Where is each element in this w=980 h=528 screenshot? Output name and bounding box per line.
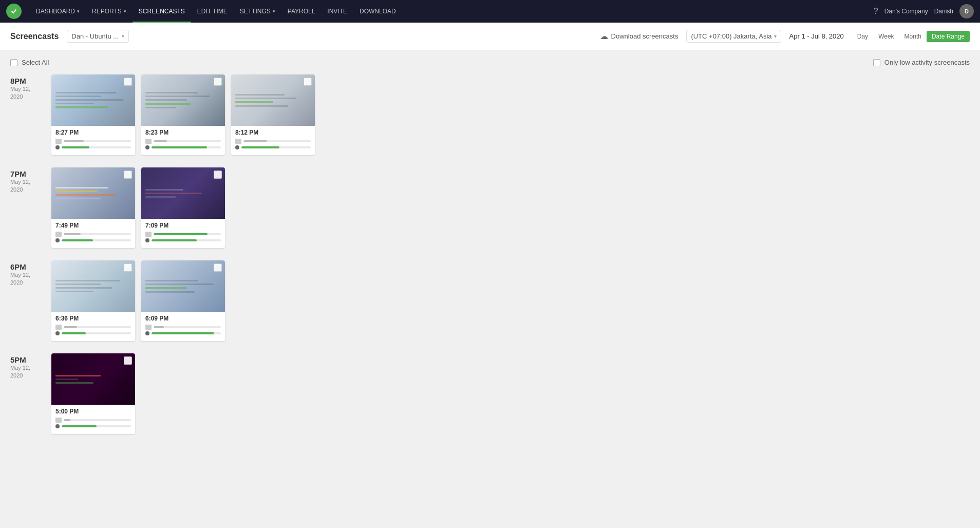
activity-bar-container: [243, 140, 311, 142]
nav-invite[interactable]: INVITE: [321, 0, 353, 23]
activity-bar-container: [64, 233, 131, 235]
device-name: Dan - Ubuntu ...: [71, 32, 119, 40]
low-activity-label[interactable]: Only low activity screencasts: [873, 59, 970, 66]
screenshot-info: 7:09 PM: [141, 219, 225, 248]
screenshot-thumbnail: [51, 260, 135, 312]
activity-bar: [64, 326, 77, 328]
device-selector[interactable]: Dan - Ubuntu ... ▾: [67, 30, 129, 43]
screenshot-thumbnail: [141, 74, 225, 126]
monitor-icon: [55, 325, 62, 330]
low-activity-checkbox[interactable]: [873, 59, 880, 66]
screenshot-card[interactable]: 6:36 PM: [51, 260, 135, 341]
time-label-6pm: 6PM May 12, 2020: [10, 260, 51, 341]
mouse-icon: [145, 238, 149, 242]
time-group-6pm: 6PM May 12, 2020 6:36 PM: [10, 260, 970, 341]
tab-day[interactable]: Day: [852, 31, 873, 42]
activity-bar: [64, 233, 81, 235]
time-group-5pm: 5PM May 12, 2020 5:00 PM: [10, 353, 970, 434]
cloud-upload-icon: ☁: [600, 31, 608, 41]
screenshot-card[interactable]: 6:09 PM: [141, 260, 225, 341]
mouse-bar-container: [62, 332, 131, 334]
user-avatar[interactable]: D: [959, 4, 974, 18]
content-area: Select All Only low activity screencasts…: [0, 50, 980, 528]
select-all-label[interactable]: Select All: [10, 59, 49, 66]
company-name: Dan's Company: [884, 8, 928, 15]
mouse-icon: [55, 238, 60, 242]
screenshot-info: 6:36 PM: [51, 312, 135, 341]
screenshots-row-5pm: 5:00 PM: [51, 353, 135, 434]
screenshot-thumbnail: [141, 167, 225, 219]
screenshot-card[interactable]: 7:09 PM: [141, 167, 225, 248]
screenshot-thumbnail: [141, 260, 225, 312]
screenshot-info: 5:00 PM: [51, 405, 135, 434]
time-group-7pm: 7PM May 12, 2020 7:49 PM: [10, 167, 970, 248]
nav-reports[interactable]: REPORTS ▾: [86, 0, 133, 23]
screenshot-card[interactable]: 8:23 PM: [141, 74, 225, 155]
mouse-bar-container: [152, 146, 221, 148]
controls-row: Select All Only low activity screencasts: [10, 59, 970, 66]
chevron-down-icon: ▾: [122, 33, 124, 39]
screenshot-info: 8:12 PM: [231, 126, 315, 155]
timezone-selector[interactable]: (UTC +07:00) Jakarta, Asia ▾: [686, 30, 781, 43]
nav-download[interactable]: DOWNLOAD: [353, 0, 402, 23]
mouse-bar: [62, 425, 97, 427]
mouse-bar: [62, 146, 89, 148]
page-title: Screencasts: [10, 32, 59, 41]
svg-point-0: [10, 7, 18, 15]
card-checkbox[interactable]: [304, 78, 312, 86]
nav-payroll[interactable]: PAYROLL: [281, 0, 322, 23]
activity-bar-container: [64, 326, 131, 328]
card-checkbox[interactable]: [124, 171, 132, 179]
sub-header-right: ☁ Download screencasts (UTC +07:00) Jaka…: [600, 30, 970, 43]
activity-bar-container: [64, 419, 131, 421]
tab-date-range[interactable]: Date Range: [927, 31, 970, 42]
mouse-bar-container: [152, 332, 221, 334]
mouse-bar-container: [62, 425, 131, 427]
mouse-icon: [55, 331, 60, 335]
nav-dashboard[interactable]: DASHBOARD ▾: [30, 0, 86, 23]
card-checkbox[interactable]: [214, 171, 222, 179]
monitor-icon: [55, 139, 62, 144]
card-checkbox[interactable]: [214, 78, 222, 86]
chevron-down-icon: ▾: [124, 9, 126, 14]
activity-bar: [64, 419, 70, 421]
help-icon[interactable]: ?: [874, 7, 878, 16]
tab-month[interactable]: Month: [899, 31, 927, 42]
chevron-down-icon: ▾: [774, 33, 777, 39]
chevron-down-icon: ▾: [273, 9, 275, 14]
mouse-bar-container: [62, 239, 131, 241]
screenshot-card[interactable]: 8:12 PM: [231, 74, 315, 155]
app-logo[interactable]: [6, 4, 22, 19]
activity-bar: [243, 140, 267, 142]
mouse-bar: [152, 332, 214, 334]
mouse-icon: [145, 331, 149, 335]
mouse-bar: [62, 332, 86, 334]
card-checkbox[interactable]: [124, 263, 132, 272]
card-checkbox[interactable]: [124, 356, 132, 365]
top-nav: DASHBOARD ▾ REPORTS ▾ SCREENCASTS EDIT T…: [0, 0, 980, 23]
mouse-icon: [55, 145, 60, 149]
tab-week[interactable]: Week: [873, 31, 899, 42]
screenshot-card[interactable]: 5:00 PM: [51, 353, 135, 434]
mouse-bar: [62, 239, 93, 241]
card-checkbox[interactable]: [214, 263, 222, 272]
nav-edit-time[interactable]: EDIT TIME: [191, 0, 234, 23]
activity-bar: [154, 140, 167, 142]
mouse-bar: [152, 146, 207, 148]
mouse-icon: [55, 424, 60, 428]
monitor-icon: [235, 139, 241, 144]
time-label-8pm: 8PM May 12, 2020: [10, 74, 51, 155]
screenshot-card[interactable]: 8:27 PM: [51, 74, 135, 155]
mouse-bar: [241, 146, 279, 148]
select-all-checkbox[interactable]: [10, 59, 17, 66]
screenshot-thumbnail: [51, 167, 135, 219]
download-screencasts-button[interactable]: ☁ Download screencasts: [600, 31, 679, 41]
time-label-7pm: 7PM May 12, 2020: [10, 167, 51, 248]
monitor-icon: [55, 418, 62, 423]
card-checkbox[interactable]: [124, 78, 132, 86]
nav-settings[interactable]: SETTINGS ▾: [234, 0, 281, 23]
nav-screencasts[interactable]: SCREENCASTS: [133, 0, 191, 23]
screenshot-card[interactable]: 7:49 PM: [51, 167, 135, 248]
monitor-icon: [145, 139, 152, 144]
view-tabs: Day Week Month Date Range: [852, 31, 970, 42]
